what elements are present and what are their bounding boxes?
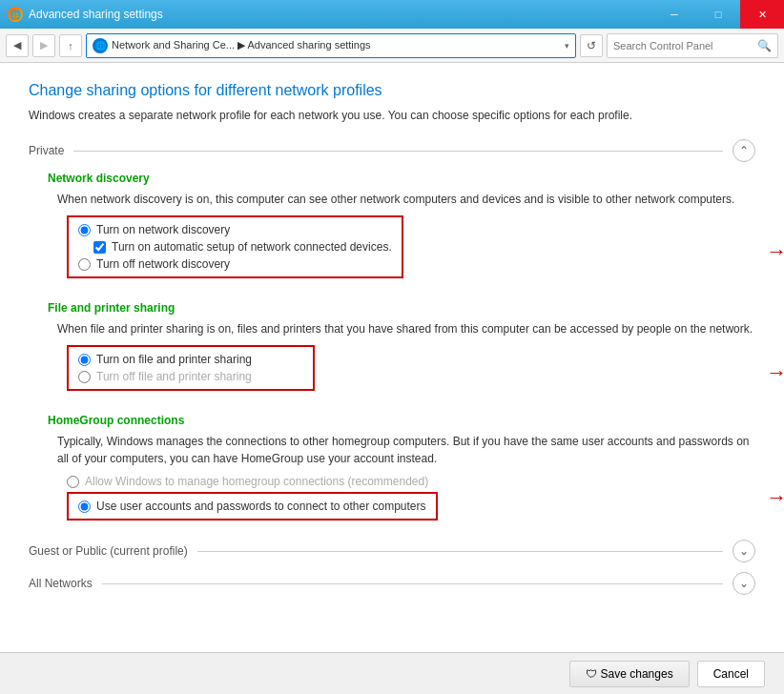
cancel-button[interactable]: Cancel: [697, 661, 765, 687]
title-bar-left: 🌐 Advanced sharing settings: [8, 7, 163, 22]
guest-public-section-header: Guest or Public (current profile) ⌄: [29, 540, 755, 562]
use-accounts-radio[interactable]: [78, 500, 91, 513]
allow-windows-homegroup-option: Allow Windows to manage homegroup connec…: [67, 475, 438, 488]
network-discovery-section: Network discovery When network discovery…: [29, 172, 755, 288]
turn-on-file-printer-label: Turn on file and printer sharing: [96, 353, 252, 366]
breadcrumb-text: Network and Sharing Ce... ▶ Advanced sha…: [112, 39, 561, 51]
window-title: Advanced sharing settings: [29, 8, 163, 21]
homegroup-options: Allow Windows to manage homegroup connec…: [29, 475, 438, 520]
back-button[interactable]: ◀: [6, 34, 29, 57]
turn-on-discovery-radio[interactable]: [78, 224, 91, 236]
close-button[interactable]: ✕: [740, 0, 784, 29]
turn-off-file-printer-option: Turn off file and printer sharing: [78, 370, 303, 383]
maximize-button[interactable]: □: [696, 0, 740, 29]
use-accounts-option-box: Use user accounts and passwords to conne…: [67, 492, 438, 520]
forward-button[interactable]: ▶: [32, 34, 55, 57]
turn-on-discovery-option: Turn on network discovery: [78, 223, 392, 236]
search-input[interactable]: [613, 40, 753, 51]
dropdown-chevron: ▾: [565, 41, 569, 51]
turn-off-discovery-radio[interactable]: [78, 258, 91, 271]
app-icon: 🌐: [8, 7, 23, 22]
footer: 🛡 Save changes Cancel: [0, 652, 784, 694]
main-content: Change sharing options for different net…: [0, 63, 784, 652]
guest-public-label: Guest or Public (current profile): [29, 544, 188, 558]
use-accounts-option: Use user accounts and passwords to conne…: [78, 500, 426, 513]
all-networks-divider: [102, 583, 723, 584]
homegroup-section: HomeGroup connections Typically, Windows…: [29, 414, 755, 520]
turn-off-file-printer-label: Turn off file and printer sharing: [96, 370, 252, 383]
search-box: 🔍: [607, 33, 778, 58]
all-networks-label: All Networks: [29, 577, 93, 590]
network-discovery-desc: When network discovery is on, this compu…: [57, 191, 755, 208]
auto-setup-checkbox[interactable]: [93, 241, 106, 254]
private-toggle[interactable]: ⌃: [732, 139, 755, 162]
private-section-header: Private ⌃: [29, 139, 755, 162]
private-divider: [73, 151, 723, 152]
turn-off-discovery-option: Turn off network discovery: [78, 257, 392, 271]
network-discovery-options: Turn on network discovery Turn on automa…: [67, 215, 403, 278]
refresh-button[interactable]: ↺: [580, 34, 603, 57]
turn-on-discovery-label: Turn on network discovery: [96, 223, 230, 236]
allow-windows-homegroup-label: Allow Windows to manage homegroup connec…: [85, 475, 428, 488]
all-networks-toggle[interactable]: ⌄: [732, 572, 755, 595]
page-description: Windows creates a separate network profi…: [29, 107, 755, 124]
network-discovery-title: Network discovery: [48, 172, 755, 185]
save-label: Save changes: [601, 667, 673, 681]
address-bar: ◀ ▶ ↑ 🌐 Network and Sharing Ce... ▶ Adva…: [0, 29, 784, 63]
file-printer-section: File and printer sharing When file and p…: [29, 301, 755, 400]
turn-on-file-printer-option: Turn on file and printer sharing: [78, 353, 303, 366]
file-printer-desc: When file and printer sharing is on, fil…: [57, 320, 755, 337]
guest-public-divider: [197, 551, 723, 552]
all-networks-section-header: All Networks ⌄: [29, 572, 755, 595]
auto-setup-option: Turn on automatic setup of network conne…: [93, 240, 392, 254]
search-icon: 🔍: [757, 39, 772, 52]
address-box[interactable]: 🌐 Network and Sharing Ce... ▶ Advanced s…: [86, 33, 576, 58]
minimize-button[interactable]: ─: [652, 0, 696, 29]
allow-windows-homegroup-radio[interactable]: [67, 476, 79, 488]
globe-icon: 🌐: [93, 38, 108, 53]
turn-off-file-printer-radio[interactable]: [78, 371, 91, 383]
title-bar: 🌐 Advanced sharing settings ─ □ ✕: [0, 0, 784, 29]
private-label: Private: [29, 144, 64, 157]
guest-public-toggle[interactable]: ⌄: [732, 540, 755, 562]
auto-setup-label: Turn on automatic setup of network conne…: [112, 240, 392, 254]
homegroup-desc: Typically, Windows manages the connectio…: [57, 433, 755, 467]
homegroup-title: HomeGroup connections: [48, 414, 755, 427]
turn-off-discovery-label: Turn off network discovery: [96, 257, 230, 271]
use-accounts-label: Use user accounts and passwords to conne…: [96, 500, 426, 513]
save-button[interactable]: 🛡 Save changes: [569, 661, 690, 687]
file-printer-title: File and printer sharing: [48, 301, 755, 315]
file-printer-options: Turn on file and printer sharing Turn of…: [67, 345, 315, 391]
shield-icon: 🛡: [586, 667, 597, 681]
up-button[interactable]: ↑: [59, 34, 82, 57]
turn-on-file-printer-radio[interactable]: [78, 354, 91, 366]
window-controls: ─ □ ✕: [652, 0, 784, 29]
page-title: Change sharing options for different net…: [29, 82, 755, 99]
